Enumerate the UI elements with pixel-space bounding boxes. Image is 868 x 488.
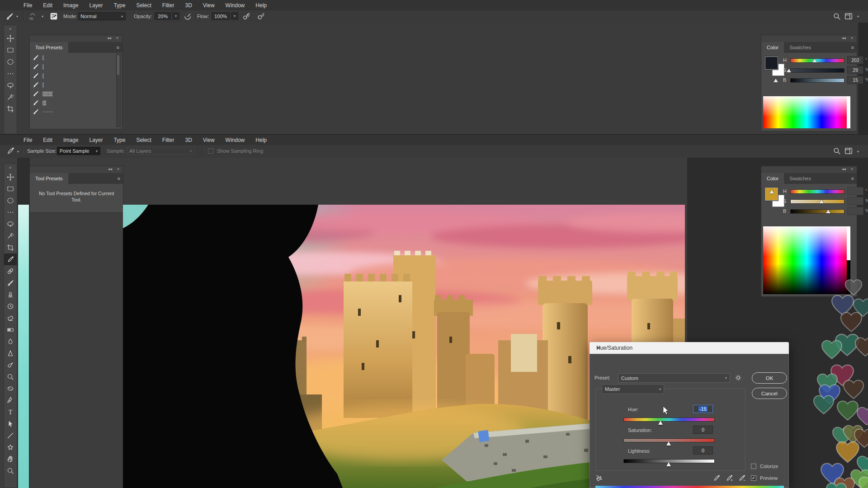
- workspace-layout-icon[interactable]: [844, 147, 853, 157]
- menu-item[interactable]: Type: [108, 2, 131, 9]
- marquee-ellipse-tool[interactable]: [4, 56, 17, 68]
- close-panel-icon[interactable]: ×: [116, 36, 118, 40]
- collapse-panel-icon[interactable]: ◂◂: [107, 36, 111, 40]
- tab-swatches[interactable]: Swatches: [784, 42, 816, 53]
- colorize-checkbox[interactable]: [751, 464, 756, 469]
- menu-item[interactable]: View: [198, 137, 220, 143]
- collapse-toolbar-icon[interactable]: »: [4, 25, 17, 33]
- magic-wand-tool[interactable]: [4, 91, 17, 103]
- chevron-down-icon[interactable]: ▾: [857, 14, 859, 19]
- color-slider[interactable]: [790, 189, 844, 194]
- preset-select[interactable]: Custom▾: [618, 373, 730, 383]
- sample-select[interactable]: All Layers▾: [127, 147, 194, 155]
- tool-preset-item[interactable]: [: [30, 71, 122, 80]
- menu-item[interactable]: Help: [250, 137, 272, 143]
- history-brush-tool[interactable]: [4, 300, 17, 312]
- panel-menu-icon[interactable]: ≡: [851, 176, 854, 181]
- crop-tool[interactable]: [4, 242, 17, 253]
- magic-wand-tool[interactable]: [4, 230, 17, 242]
- collapse-panel-icon[interactable]: ◂◂: [842, 36, 846, 40]
- custom-shape-tool[interactable]: [4, 441, 17, 453]
- menu-item[interactable]: Select: [131, 137, 156, 143]
- eraser-tool[interactable]: [4, 312, 17, 324]
- eyedropper-minus-icon[interactable]: [738, 474, 745, 483]
- collapse-panel-icon[interactable]: ◂◂: [842, 167, 846, 171]
- show-sampling-ring-checkbox[interactable]: [208, 148, 213, 154]
- gradient-tool[interactable]: [4, 324, 17, 336]
- hue-value-field[interactable]: -15: [693, 405, 713, 413]
- menu-item[interactable]: Layer: [84, 137, 108, 143]
- menu-item[interactable]: File: [18, 137, 38, 143]
- slider-marker[interactable]: [769, 190, 774, 193]
- lasso-tool[interactable]: [4, 218, 17, 230]
- quick-select-tool[interactable]: [4, 68, 17, 80]
- toggle-brush-panel-icon[interactable]: [50, 12, 58, 22]
- color-value-field[interactable]: [847, 207, 863, 215]
- collapse-panel-icon[interactable]: ◂◂: [108, 167, 112, 171]
- tool-preset-item[interactable]: [[[: [30, 98, 122, 107]
- tab-color[interactable]: Color: [761, 173, 784, 184]
- tab-color[interactable]: Color: [761, 42, 784, 53]
- hue-slider[interactable]: [623, 418, 715, 422]
- hand-tool[interactable]: [4, 453, 17, 465]
- menu-item[interactable]: 3D: [179, 137, 197, 143]
- panel-menu-icon[interactable]: ≡: [118, 176, 120, 181]
- color-slider[interactable]: [790, 209, 844, 214]
- ok-button[interactable]: OK: [752, 372, 787, 384]
- eyedropper-plus-icon[interactable]: [726, 474, 733, 483]
- color-value-field[interactable]: [847, 187, 863, 195]
- zoom-tool[interactable]: [4, 465, 17, 477]
- workspace-layout-icon[interactable]: [844, 12, 853, 22]
- crop-tool[interactable]: [4, 103, 17, 115]
- dialog-title-bar[interactable]: Hue/Saturation ✕: [590, 342, 789, 354]
- close-panel-icon[interactable]: ×: [851, 167, 853, 171]
- blur-tool[interactable]: [4, 336, 17, 347]
- move-tool[interactable]: [4, 33, 17, 44]
- eyedropper-tool-icon[interactable]: [6, 147, 14, 157]
- eyedropper-tool[interactable]: [4, 253, 17, 265]
- panel-menu-icon[interactable]: ≡: [117, 45, 119, 50]
- tool-preset-item[interactable]: [[[[[[[[: [30, 89, 122, 98]
- line-tool[interactable]: [4, 430, 17, 441]
- clone-stamp-tool[interactable]: [4, 289, 17, 300]
- airbrush-icon[interactable]: [242, 12, 250, 22]
- color-value-field[interactable]: 29: [847, 66, 863, 74]
- color-picker-field[interactable]: [763, 226, 850, 294]
- preview-checkbox[interactable]: ✓: [751, 475, 756, 481]
- color-slider[interactable]: [790, 78, 844, 83]
- healing-brush-tool[interactable]: [4, 265, 17, 277]
- color-value-field[interactable]: 15: [847, 76, 863, 84]
- menu-item[interactable]: Window: [220, 2, 250, 9]
- tab-tool-presets[interactable]: Tool Presets: [30, 173, 68, 184]
- color-ramp[interactable]: [763, 96, 850, 128]
- color-slider[interactable]: [790, 199, 844, 204]
- menu-item[interactable]: Filter: [157, 2, 180, 9]
- smoothing-icon[interactable]: [257, 12, 265, 22]
- flow-value[interactable]: 100%: [212, 12, 230, 20]
- tool-preset-item[interactable]: ·······: [30, 107, 122, 116]
- chevron-down-icon[interactable]: ▾: [17, 150, 19, 154]
- slider-marker[interactable]: [812, 59, 817, 62]
- smudge-tool[interactable]: [4, 359, 17, 371]
- sponge-tool[interactable]: [4, 383, 17, 394]
- tool-preset-item[interactable]: [: [30, 62, 122, 71]
- slider-marker[interactable]: [787, 69, 791, 72]
- tab-swatches[interactable]: Swatches: [784, 173, 816, 184]
- background-document-canvas[interactable]: [18, 205, 29, 488]
- channel-select[interactable]: Master▾: [602, 384, 664, 394]
- search-icon[interactable]: [833, 147, 841, 157]
- menu-item[interactable]: Edit: [38, 2, 58, 9]
- path-select-tool[interactable]: [4, 418, 17, 430]
- tool-preset-item[interactable]: [: [30, 80, 122, 89]
- menu-item[interactable]: Edit: [38, 137, 58, 143]
- menu-item[interactable]: Filter: [157, 137, 180, 143]
- lightness-value-field[interactable]: 0: [693, 446, 713, 455]
- menu-item[interactable]: Window: [220, 137, 250, 143]
- menu-item[interactable]: File: [18, 2, 38, 9]
- slider-marker[interactable]: [774, 79, 778, 82]
- mode-select[interactable]: Normal▾: [78, 12, 126, 20]
- dodge-tool[interactable]: [4, 371, 17, 383]
- opacity-value[interactable]: 20%: [155, 12, 171, 20]
- color-value-field[interactable]: 202: [847, 56, 863, 64]
- marquee-rect-tool[interactable]: [4, 183, 17, 195]
